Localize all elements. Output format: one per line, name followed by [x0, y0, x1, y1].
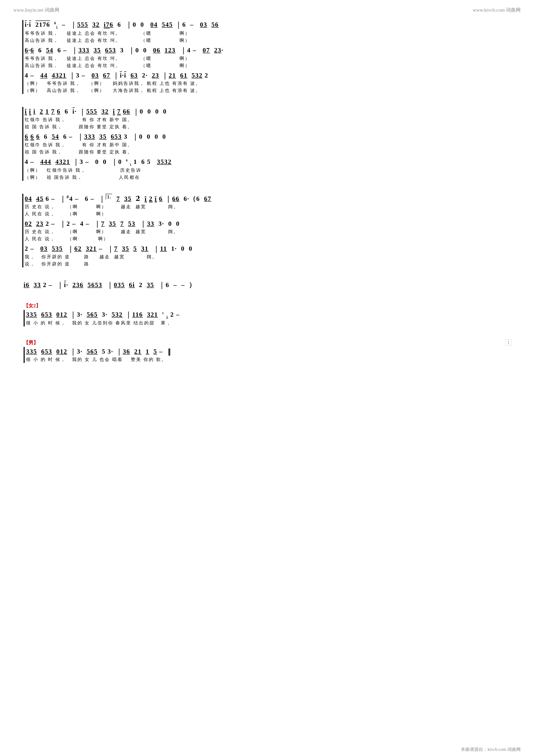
label-nan: 【男】: [24, 339, 38, 346]
lyrics-3-1-1: 历 史在 说， （啊 啊） 越走 越宽 阔。: [25, 203, 512, 210]
notes-row-3-3: 2 – 03 535 62 321 – 7 35 5 31 11 1· 0 0: [25, 244, 512, 253]
site-top-right: www.ktvcb.com 词曲网: [473, 7, 521, 14]
lyrics-3-1-2: 人 民在 说， （啊 啊）: [25, 210, 512, 217]
lyrics-6-1: 很 小 的 时 候， 我的 女 儿 也会 唱着 赞美 你的 歌。: [26, 356, 512, 363]
lyrics-2-1-2: 祖 国 告诉 我， 跟随你 要坚 定执 着。: [25, 123, 512, 130]
lyrics-1-2-1: 爷爷告诉 我， 徒途上 总会 有坎 坷。 （嗯 啊）: [25, 55, 512, 62]
lyrics-1-3-1: （啊） 爷爷告诉 我， （啊） 妈妈告诉我， 航程 上也 有浪有 波。: [25, 80, 512, 87]
section-2: î î i 2 1 7 6 6 i· 555 32 î 7 66: [22, 107, 512, 180]
page: www.liuyin.net 词曲网 www.ktvcb.com 词曲网 i·i…: [0, 0, 534, 756]
section-4: i6 33 2 – i· 236 5653 035 6i 2 35 6 – – …: [22, 280, 512, 289]
notes-row-3-2: 02 23 2 – 2 – 4 – 7 35 7 53 33 3· 0 0: [25, 219, 512, 228]
score-content: i·i 2176 6i – 555 32 i76 6 0 0 04 545 6 …: [13, 15, 521, 374]
lyrics-3-2-2: 人 民在 说， （啊· 啊）: [25, 235, 512, 242]
lyrics-1-3-2: （啊） 高山告诉 我， （啊） 大海告诉我， 航程 上也 有浪有 波。: [25, 87, 512, 94]
lyrics-2-2-1: 红领巾 告诉 我， 有 你 才有 新中 国。: [25, 141, 512, 148]
section-3: 04 45 6 – #4 – 6 – 1. 7 35 2̇ î 2 î 6: [22, 194, 512, 267]
lyrics-3-3-1: 我， 你开辟的 道 路 越走 越宽 阔。: [25, 253, 512, 260]
notes-row-3-1: 04 45 6 – #4 – 6 – 1. 7 35 2̇ î 2 î 6: [25, 194, 512, 203]
bottom-source: 本曲谱源自：ktvcb.com 词曲网: [461, 746, 521, 752]
section-5: 【女2】 335 653 012 3· 565 3· 532 116 321: [22, 302, 512, 326]
lyrics-5-1: 很 小 的 时 候， 我的 女 儿尝到你 春风里 结出的甜 果，: [26, 319, 512, 326]
notes-row-6-1: 335 653 012 3· 565 5 3· 36 21 1 5 –: [26, 347, 512, 356]
lyrics-1-1-2: 高山告诉 我， 徒途上 总会 有坎 坷。 （嗯 啊）: [25, 37, 512, 44]
notes-row-2-3: 4 – 444 4321 3 – 0 0 0 6 i 1 6 5 3532: [25, 157, 512, 167]
notes-row-2-2: 6 6 6 6 54 6 – 333 35 653 3 0 0 0 0: [25, 132, 512, 141]
notes-row-1-2: 6·6 6 54 6 – 333 35 653 3 0 0 06 123 4 –: [25, 46, 512, 55]
notes-row-5-1: 335 653 012 3· 565 3· 532 116 321 1 2: [26, 310, 512, 319]
lyrics-1-1-1: 爷爷告诉 我， 徒途上 总会 有坎 坷。 （嗯 啊）: [25, 30, 512, 37]
notes-row-1-1: i·i 2176 6i – 555 32 i76 6 0 0 04 545 6 …: [25, 20, 512, 30]
page-num-badge: 1: [505, 339, 512, 346]
lyrics-2-2-2: 祖 国 告诉 我， 跟随你 要坚 定执 着。: [25, 148, 512, 155]
notes-row-4-1: i6 33 2 – i· 236 5653 035 6i 2 35 6 – – …: [24, 280, 512, 289]
notes-row-2-1: î î i 2 1 7 6 6 i· 555 32 î 7 66: [25, 107, 512, 116]
lyrics-3-3-2: 说， 你开辟的 道 路: [25, 260, 512, 267]
label-nv2: 【女2】: [24, 302, 512, 309]
source-text: 本曲谱源自：ktvcb.com 词曲网: [461, 747, 521, 752]
lyrics-2-3-1: （啊） 红领巾告诉 我， 历史告诉: [25, 167, 512, 174]
site-top-left: www.liuyin.net 词曲网: [13, 7, 60, 14]
notes-row-1-3: 4 – 44 4321 3 – 03 67 i·i 63 2· 23 21 61: [25, 71, 512, 80]
section-6: 【男】 1 335 653 012 3· 565 5 3· 36: [22, 339, 512, 363]
section-1: i·i 2176 6i – 555 32 i76 6 0 0 04 545 6 …: [22, 20, 512, 94]
lyrics-1-2-2: 高山告诉 我， 徒途上 总会 有坎 坷。 （嗯 啊）: [25, 62, 512, 69]
lyrics-2-1-1: 红领巾 告诉 我， 有 你 才有 新中 国。: [25, 116, 512, 123]
lyrics-3-2-1: 历 史在 说， （啊 啊） 越走 越宽 阔。: [25, 228, 512, 235]
lyrics-2-3-2: （啊） 祖 国告诉 我， 人民都在: [25, 174, 512, 181]
top-bar: www.liuyin.net 词曲网 www.ktvcb.com 词曲网: [13, 7, 521, 14]
